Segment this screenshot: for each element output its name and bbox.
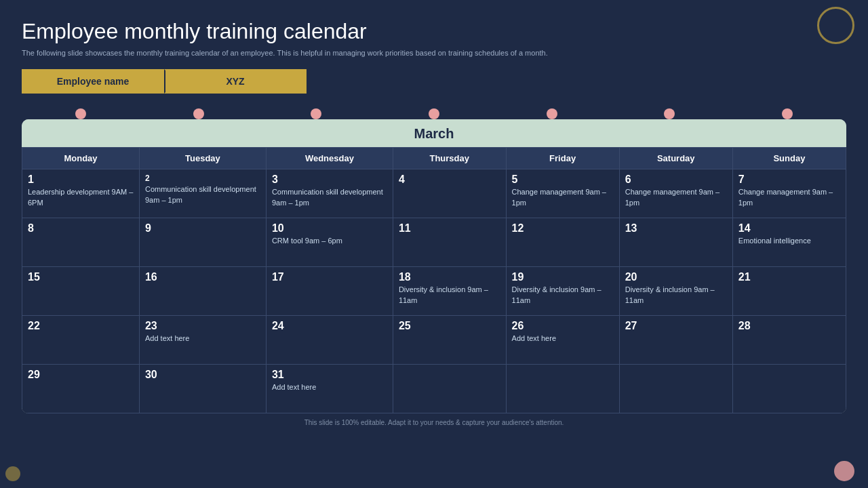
event-text: Change management 9am – 1pm: [512, 187, 614, 208]
day-number: 26: [512, 320, 614, 332]
day-number: 28: [738, 320, 840, 332]
timeline-dot-1: [75, 108, 86, 119]
day-number: 24: [272, 320, 387, 332]
calendar-cell-r3c6: 20Diversity & inclusion 9am – 11am: [619, 267, 732, 316]
day-number: 7: [738, 174, 840, 186]
col-thursday: Thursday: [393, 148, 506, 169]
day-number: 17: [272, 271, 387, 283]
calendar-cell-r2c4: 11: [393, 218, 506, 267]
day-number: 13: [625, 222, 727, 235]
event-text: Diversity & inclusion 9am – 11am: [399, 285, 500, 306]
day-number: 21: [738, 271, 840, 283]
calendar-cell-r2c2: 9: [139, 218, 266, 267]
calendar-cell-r5c6: [619, 365, 732, 413]
day-number: 8: [28, 222, 134, 235]
event-text: Diversity & inclusion 9am – 11am: [512, 285, 614, 306]
calendar-table: Monday Tuesday Wednesday Thursday Friday…: [22, 147, 846, 413]
day-number: 4: [399, 174, 500, 186]
calendar-cell-r2c6: 13: [619, 218, 732, 267]
day-number: 1: [28, 174, 134, 186]
event-text: Communication skill development 9am – 1p…: [272, 187, 387, 208]
calendar-cell-r4c1: 22: [22, 316, 140, 365]
calendar-cell-r5c7: [732, 365, 846, 413]
calendar-row-1: 1Leadership development 9AM – 6PM2Commun…: [22, 169, 846, 218]
event-text: Communication skill development 9am – 1p…: [145, 184, 260, 205]
timeline-dot-3: [311, 108, 321, 119]
calendar-row-4: 2223Add text here242526Add text here2728: [22, 316, 846, 365]
event-text: CRM tool 9am – 6pm: [272, 236, 387, 246]
calendar-cell-r1c7: 7Change management 9am – 1pm: [732, 169, 846, 218]
calendar-header-row: Monday Tuesday Wednesday Thursday Friday…: [22, 148, 846, 169]
day-number: 12: [512, 222, 614, 235]
calendar-cell-r3c4: 18Diversity & inclusion 9am – 11am: [393, 267, 506, 316]
calendar-cell-r4c6: 27: [619, 316, 732, 365]
col-tuesday: Tuesday: [139, 148, 266, 169]
calendar-cell-r3c1: 15: [22, 267, 140, 316]
day-number: 25: [399, 320, 500, 332]
col-wednesday: Wednesday: [266, 148, 393, 169]
day-number: 16: [145, 271, 260, 283]
deco-circle-br: [834, 461, 854, 481]
deco-circle-tr: [817, 7, 854, 44]
calendar-cell-r5c4: [393, 365, 506, 413]
day-number: 6: [625, 174, 727, 186]
calendar-cell-r3c2: 16: [139, 267, 266, 316]
event-text: Change management 9am – 1pm: [738, 187, 840, 208]
day-number: 22: [28, 320, 134, 332]
calendar-row-5: 293031Add text here: [22, 365, 846, 413]
calendar-cell-r4c2: 23Add text here: [139, 316, 266, 365]
day-number: 18: [399, 271, 500, 283]
calendar-cell-r2c1: 8: [22, 218, 140, 267]
day-number: 10: [272, 222, 387, 235]
calendar-wrapper: March Monday Tuesday Wednesday Thursday …: [22, 119, 846, 413]
col-monday: Monday: [22, 148, 140, 169]
timeline-dot-6: [664, 108, 675, 119]
day-number: 23: [145, 320, 260, 332]
calendar-cell-r2c5: 12: [506, 218, 619, 267]
col-sunday: Sunday: [732, 148, 846, 169]
day-number: 19: [512, 271, 614, 283]
calendar-cell-r4c3: 24: [266, 316, 393, 365]
day-number: 9: [145, 222, 260, 235]
calendar-cell-r1c2: 2Communication skill development 9am – 1…: [139, 169, 266, 218]
timeline-row: [22, 106, 846, 119]
month-header: March: [22, 119, 846, 147]
calendar-cell-r5c1: 29: [22, 365, 140, 413]
day-number: 5: [512, 174, 614, 186]
day-number: 14: [738, 222, 840, 235]
timeline-dot-7: [782, 108, 793, 119]
calendar-cell-r1c3: 3Communication skill development 9am – 1…: [266, 169, 393, 218]
calendar-cell-r5c3: 31Add text here: [266, 365, 393, 413]
deco-circle-bl: [5, 466, 20, 481]
day-number: 20: [625, 271, 727, 283]
day-number: 31: [272, 369, 387, 381]
col-friday: Friday: [506, 148, 619, 169]
timeline-dot-5: [547, 108, 557, 119]
event-text: Emotional intelligence: [738, 236, 840, 246]
timeline-dot-2: [193, 108, 204, 119]
calendar-cell-r1c1: 1Leadership development 9AM – 6PM: [22, 169, 140, 218]
calendar-cell-r1c6: 6Change management 9am – 1pm: [619, 169, 732, 218]
calendar-cell-r3c3: 17: [266, 267, 393, 316]
employee-bar: Employee name XYZ: [22, 69, 307, 94]
calendar-cell-r1c5: 5Change management 9am – 1pm: [506, 169, 619, 218]
calendar-cell-r5c5: [506, 365, 619, 413]
page-title: Employee monthly training calendar: [22, 19, 846, 44]
day-number: 11: [399, 222, 500, 235]
day-number: 29: [28, 369, 134, 381]
calendar-cell-r2c3: 10CRM tool 9am – 6pm: [266, 218, 393, 267]
employee-name-label: Employee name: [22, 69, 164, 94]
calendar-cell-r4c4: 25: [393, 316, 506, 365]
timeline-dot-4: [429, 108, 439, 119]
employee-name-value: XYZ: [164, 69, 307, 94]
calendar-cell-r2c7: 14Emotional intelligence: [732, 218, 846, 267]
day-number: 30: [145, 369, 260, 381]
calendar-cell-r4c7: 28: [732, 316, 846, 365]
event-text: Change management 9am – 1pm: [625, 187, 727, 208]
calendar-row-3: 15161718Diversity & inclusion 9am – 11am…: [22, 267, 846, 316]
day-number: 3: [272, 174, 387, 186]
calendar-cell-r5c2: 30: [139, 365, 266, 413]
event-text: Diversity & inclusion 9am – 11am: [625, 285, 727, 306]
event-text: Add text here: [512, 333, 614, 344]
calendar-cell-r4c5: 26Add text here: [506, 316, 619, 365]
